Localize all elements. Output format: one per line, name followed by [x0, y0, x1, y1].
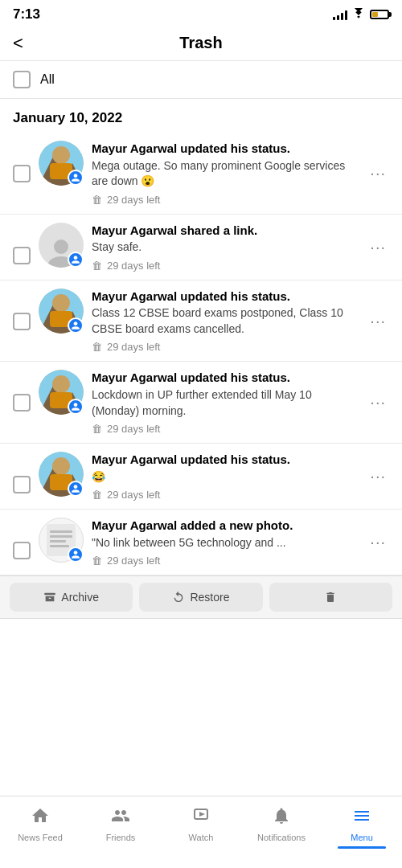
notification-item: Mayur Agarwal added a new photo."No link…: [0, 510, 402, 575]
item-checkbox[interactable]: [13, 394, 31, 411]
nav-items-container: News FeedFriendsWatchNotificationsMenu: [0, 803, 402, 852]
notification-description: Mega outage. So many prominent Google se…: [92, 158, 359, 190]
notification-meta: 🗑29 days left: [92, 341, 359, 353]
svg-point-10: [52, 294, 70, 312]
avatar-badge: [68, 547, 84, 563]
item-checkbox[interactable]: [13, 247, 31, 264]
trash-icon: 🗑: [92, 555, 102, 567]
days-left: 29 days left: [107, 194, 161, 206]
notification-content: Mayur Agarwal updated his status.Lockdow…: [92, 370, 359, 435]
item-checkbox[interactable]: [13, 313, 31, 330]
notification-title: Mayur Agarwal updated his status.: [92, 289, 359, 305]
more-options-button[interactable]: ···: [367, 238, 389, 256]
notification-meta: 🗑29 days left: [92, 423, 359, 435]
svg-rect-26: [50, 545, 69, 547]
avatar: [39, 223, 84, 268]
trash-icon: 🗑: [92, 341, 102, 353]
content-area: All January 10, 2022 Mayur Agarwal updat…: [0, 61, 402, 731]
svg-rect-24: [50, 535, 72, 538]
avatar: [39, 452, 84, 497]
svg-marker-29: [199, 812, 205, 817]
svg-rect-27: [45, 593, 55, 596]
status-icons: [333, 8, 389, 22]
watch-icon: [191, 806, 211, 830]
signal-bars-icon: [333, 9, 347, 20]
page-title: Trash: [179, 34, 222, 52]
svg-point-3: [52, 146, 70, 164]
more-options-button[interactable]: ···: [367, 164, 389, 182]
notification-item: Mayur Agarwal updated his status.Mega ou…: [0, 133, 402, 215]
status-bar: 7:13: [0, 0, 402, 26]
svg-point-20: [52, 457, 70, 475]
notification-list: Mayur Agarwal updated his status.Mega ou…: [0, 133, 402, 575]
status-time: 7:13: [13, 6, 40, 23]
notification-description: Stay safe.: [92, 240, 359, 256]
avatar: [39, 289, 84, 334]
avatar: [39, 141, 84, 186]
svg-rect-25: [50, 540, 66, 542]
nav-label-menu: Menu: [351, 833, 373, 842]
bell-icon: [272, 806, 291, 830]
notification-content: Mayur Agarwal updated his status.Mega ou…: [92, 141, 359, 206]
nav-item-news-feed[interactable]: News Feed: [0, 803, 80, 852]
notification-description: Lockdown in UP further extended till May…: [92, 387, 359, 419]
more-options-button[interactable]: ···: [367, 393, 389, 411]
nav-label-news-feed: News Feed: [18, 833, 63, 842]
trash-icon: 🗑: [92, 260, 102, 272]
nav-label-friends: Friends: [106, 833, 136, 842]
notification-description: Class 12 CBSE board exams postponed, Cla…: [92, 305, 359, 337]
nav-item-watch[interactable]: Watch: [161, 803, 241, 852]
home-icon: [31, 806, 50, 830]
avatar-badge: [68, 481, 84, 497]
nav-item-menu[interactable]: Menu: [322, 803, 402, 852]
friends-icon: [111, 806, 130, 830]
nav-label-watch: Watch: [189, 833, 214, 842]
days-left: 29 days left: [107, 555, 161, 567]
archive-label: Archive: [61, 591, 99, 604]
select-all-checkbox[interactable]: [13, 71, 31, 88]
battery-icon: [370, 10, 389, 19]
notification-content: Mayur Agarwal added a new photo."No link…: [92, 518, 359, 567]
days-left: 29 days left: [107, 260, 161, 272]
notification-item: Mayur Agarwal shared a link.Stay safe.🗑2…: [0, 215, 402, 280]
item-checkbox[interactable]: [13, 165, 31, 182]
more-options-button[interactable]: ···: [367, 312, 389, 330]
notification-item: Mayur Agarwal updated his status.Lockdow…: [0, 362, 402, 444]
wifi-icon: [351, 8, 366, 22]
date-label: January 10, 2022: [13, 110, 122, 125]
notification-title: Mayur Agarwal updated his status.: [92, 141, 359, 157]
notification-item: Mayur Agarwal updated his status.Class 1…: [0, 280, 402, 362]
notification-meta: 🗑29 days left: [92, 489, 359, 501]
days-left: 29 days left: [107, 423, 161, 435]
restore-label: Restore: [190, 591, 229, 604]
more-options-button[interactable]: ···: [367, 533, 389, 551]
avatar-badge: [68, 252, 84, 268]
archive-button[interactable]: Archive: [10, 583, 133, 612]
restore-button[interactable]: Restore: [139, 583, 262, 612]
bottom-navigation: News FeedFriendsWatchNotificationsMenu: [0, 796, 402, 868]
nav-label-notifications: Notifications: [257, 833, 306, 842]
notification-title: Mayur Agarwal updated his status.: [92, 370, 359, 386]
avatar-badge: [68, 317, 84, 334]
delete-button[interactable]: [269, 583, 392, 612]
select-all-label: All: [40, 72, 55, 87]
notification-meta: 🗑29 days left: [92, 555, 359, 567]
notification-meta: 🗑29 days left: [92, 194, 359, 206]
nav-item-notifications[interactable]: Notifications: [241, 803, 322, 852]
days-left: 29 days left: [107, 341, 161, 353]
notification-content: Mayur Agarwal shared a link.Stay safe.🗑2…: [92, 223, 359, 272]
item-checkbox[interactable]: [13, 476, 31, 493]
notification-title: Mayur Agarwal shared a link.: [92, 223, 359, 239]
item-checkbox[interactable]: [13, 542, 31, 559]
action-bar: Archive Restore: [0, 575, 402, 619]
notification-content: Mayur Agarwal updated his status.Class 1…: [92, 289, 359, 354]
more-options-button[interactable]: ···: [367, 467, 389, 485]
nav-item-friends[interactable]: Friends: [80, 803, 161, 852]
back-button[interactable]: <: [13, 33, 23, 54]
date-section: January 10, 2022: [0, 99, 402, 133]
notification-title: Mayur Agarwal added a new photo.: [92, 518, 359, 534]
avatar: [39, 370, 84, 415]
notification-content: Mayur Agarwal updated his status.😂🗑29 da…: [92, 452, 359, 501]
page-header: < Trash: [0, 26, 402, 61]
notification-description: "No link between 5G technology and ...: [92, 535, 359, 551]
